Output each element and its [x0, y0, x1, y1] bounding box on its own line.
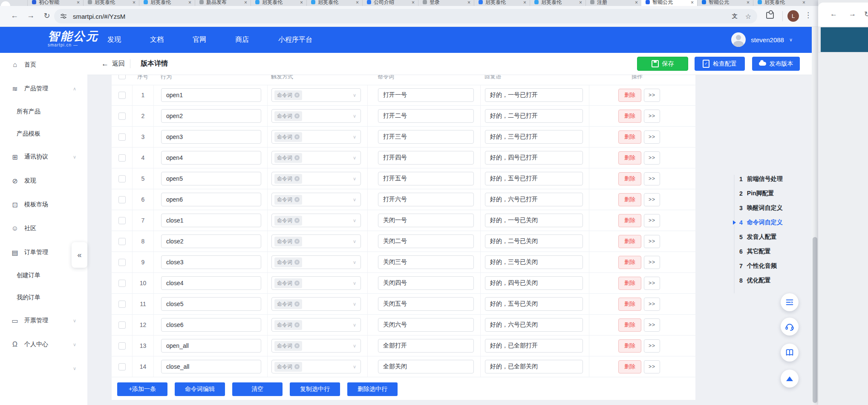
- row-checkbox[interactable]: [118, 280, 126, 287]
- sidebar-item[interactable]: ⊡ 模板市场: [0, 193, 87, 217]
- delete-row-button[interactable]: 删除: [618, 277, 641, 290]
- behavior-input[interactable]: close_all: [161, 360, 261, 373]
- command-input[interactable]: 全部打开: [378, 339, 474, 353]
- expand-row-button[interactable]: >>: [644, 256, 660, 269]
- tag-close-icon[interactable]: ×: [294, 343, 300, 348]
- behavior-input[interactable]: close6: [161, 318, 261, 332]
- delete-row-button[interactable]: 删除: [618, 235, 641, 248]
- tab-search-button[interactable]: [1, 1, 10, 6]
- nav-link[interactable]: 小程序平台: [263, 35, 327, 44]
- reply-input[interactable]: 好的，一号已打开: [485, 88, 583, 102]
- browser-tab[interactable]: 启英泰伦 ×: [530, 0, 585, 6]
- trigger-select[interactable]: 命令词 × ∨: [271, 360, 361, 373]
- command-input[interactable]: 打开二号: [378, 109, 474, 123]
- sidebar-item[interactable]: ▭ 开票管理 ∨: [0, 309, 87, 333]
- tag-close-icon[interactable]: ×: [294, 93, 300, 98]
- publish-version-button[interactable]: 发布版本: [752, 57, 800, 71]
- quick-menu-fab[interactable]: [781, 293, 799, 311]
- tag-close-icon[interactable]: ×: [294, 301, 300, 307]
- delete-row-button[interactable]: 删除: [618, 130, 641, 144]
- user-menu[interactable]: steven2088 ∨: [731, 26, 793, 53]
- trigger-select[interactable]: 命令词 × ∨: [271, 130, 361, 144]
- browser-tab[interactable]: 登录 ×: [418, 0, 474, 6]
- support-fab[interactable]: [781, 318, 799, 336]
- delete-row-button[interactable]: 删除: [618, 318, 641, 332]
- expand-row-button[interactable]: >>: [644, 130, 660, 144]
- sidebar-item[interactable]: 我的订单: [0, 286, 87, 309]
- tag-close-icon[interactable]: ×: [294, 218, 300, 223]
- tag-close-icon[interactable]: ×: [294, 134, 300, 139]
- expand-row-button[interactable]: >>: [644, 298, 660, 311]
- reply-input[interactable]: 好的，已全部打开: [485, 339, 583, 353]
- tab-close-icon[interactable]: ×: [412, 0, 415, 5]
- behavior-input[interactable]: open_all: [161, 339, 261, 353]
- browser-tab[interactable]: 启英泰伦 ×: [139, 0, 195, 6]
- command-input[interactable]: 关闭三号: [378, 255, 474, 269]
- app-logo[interactable]: 智能公元 smartpi.cn —: [48, 30, 99, 47]
- reply-input[interactable]: 好的，四号已打开: [485, 151, 583, 165]
- command-input[interactable]: 关闭六号: [378, 318, 474, 332]
- row-checkbox[interactable]: [118, 154, 126, 162]
- sidebar-item[interactable]: Ω 个人中心 ∨: [0, 333, 87, 356]
- anchor-nav-item[interactable]: 7 个性化音频: [739, 259, 783, 273]
- expand-row-button[interactable]: >>: [644, 193, 660, 206]
- forward-icon[interactable]: →: [26, 11, 36, 20]
- delete-row-button[interactable]: 删除: [618, 339, 641, 353]
- expand-row-button[interactable]: >>: [644, 235, 660, 248]
- nav-link[interactable]: 商店: [221, 35, 263, 44]
- tag-close-icon[interactable]: ×: [294, 155, 300, 160]
- table-action-button[interactable]: 删除选中行: [347, 382, 398, 396]
- sidebar-item[interactable]: ≋ 产品管理 ∧: [0, 77, 87, 101]
- anchor-nav-item[interactable]: 5 发音人配置: [739, 230, 783, 244]
- command-input[interactable]: 打开五号: [378, 172, 474, 185]
- behavior-input[interactable]: open6: [161, 193, 261, 206]
- behavior-input[interactable]: open3: [161, 130, 261, 144]
- trigger-select[interactable]: 命令词 × ∨: [271, 255, 361, 269]
- row-checkbox[interactable]: [118, 342, 126, 350]
- expand-row-button[interactable]: >>: [644, 214, 660, 227]
- back-button[interactable]: ← 返回: [101, 53, 125, 75]
- row-checkbox[interactable]: [118, 301, 126, 308]
- translate-icon[interactable]: 文: [732, 12, 738, 20]
- reply-input[interactable]: 好的，五号已关闭: [485, 297, 583, 311]
- docs-fab[interactable]: [781, 344, 799, 362]
- trigger-select[interactable]: 命令词 × ∨: [271, 234, 361, 248]
- tag-close-icon[interactable]: ×: [294, 281, 300, 286]
- anchor-nav-item[interactable]: 2 Pin脚配置: [739, 186, 783, 201]
- command-input[interactable]: 打开一号: [378, 88, 474, 102]
- delete-row-button[interactable]: 删除: [618, 193, 641, 206]
- row-checkbox[interactable]: [118, 113, 126, 120]
- tag-close-icon[interactable]: ×: [294, 364, 300, 369]
- row-checkbox[interactable]: [118, 238, 126, 245]
- browser-tab[interactable]: 启英泰伦 ×: [474, 0, 530, 6]
- browser-tab[interactable]: 启英泰伦 ×: [753, 0, 809, 6]
- reload-icon[interactable]: ↻: [42, 11, 52, 20]
- trigger-select[interactable]: 命令词 × ∨: [271, 214, 361, 227]
- browser-profile-avatar[interactable]: L: [787, 10, 799, 22]
- behavior-input[interactable]: close3: [161, 255, 261, 269]
- expand-row-button[interactable]: >>: [644, 151, 660, 165]
- table-action-button[interactable]: +添加一条: [117, 382, 167, 396]
- nav-link[interactable]: 发现: [93, 35, 136, 44]
- browser-tab[interactable]: 公司介绍 ×: [362, 0, 418, 6]
- table-action-button[interactable]: 复制选中行: [290, 382, 340, 396]
- trigger-select[interactable]: 命令词 × ∨: [271, 88, 361, 102]
- reply-input[interactable]: 好的，二号已关闭: [485, 234, 583, 248]
- anchor-nav-item[interactable]: 1 前端信号处理: [739, 172, 783, 186]
- browser-tab[interactable]: 智能公元 ×: [641, 0, 697, 6]
- reply-input[interactable]: 好的，一号已关闭: [485, 214, 583, 227]
- anchor-nav-item[interactable]: 6 其它配置: [739, 244, 783, 259]
- tag-close-icon[interactable]: ×: [294, 113, 300, 119]
- row-checkbox[interactable]: [118, 363, 126, 370]
- tag-close-icon[interactable]: ×: [294, 322, 300, 327]
- row-checkbox[interactable]: [118, 321, 126, 329]
- row-checkbox[interactable]: [118, 175, 126, 182]
- row-checkbox[interactable]: [118, 196, 126, 203]
- bookmark-star-icon[interactable]: ☆: [745, 12, 751, 20]
- command-input[interactable]: 关闭二号: [378, 234, 474, 248]
- behavior-input[interactable]: open4: [161, 151, 261, 165]
- command-input[interactable]: 打开三号: [378, 130, 474, 144]
- nav-link[interactable]: 文档: [136, 35, 178, 44]
- behavior-input[interactable]: open2: [161, 109, 261, 123]
- command-input[interactable]: 关闭五号: [378, 297, 474, 311]
